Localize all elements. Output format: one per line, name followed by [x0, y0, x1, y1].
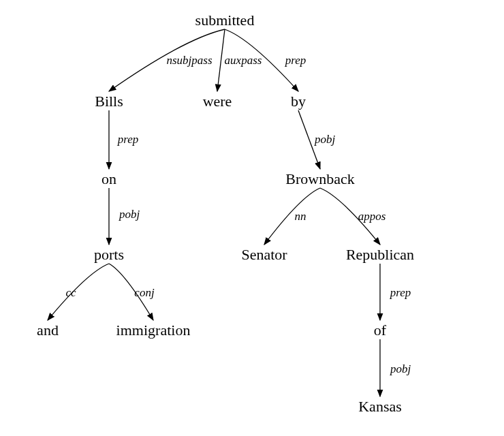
- edge-submitted-were: [217, 29, 225, 91]
- edge-label-pobj: pobj: [315, 133, 335, 146]
- node-and: and: [37, 322, 59, 339]
- edge-label-cc: cc: [65, 286, 76, 300]
- edge-label-prep: prep: [390, 286, 411, 300]
- edge-label-pobj: pobj: [390, 362, 411, 376]
- node-by: by: [291, 93, 306, 110]
- node-ports: ports: [94, 246, 124, 264]
- node-brownback: Brownback: [285, 170, 354, 188]
- node-were: were: [203, 93, 232, 110]
- node-bills: Bills: [95, 93, 123, 110]
- edge-label-nn: nn: [295, 210, 306, 223]
- node-senator: Senator: [241, 246, 287, 264]
- edge-label-appos: appos: [358, 210, 386, 223]
- node-on: on: [101, 170, 116, 188]
- edge-label-prep: prep: [285, 54, 306, 67]
- edge-label-auxpass: auxpass: [225, 54, 262, 67]
- edge-brownback-senator: [264, 188, 320, 245]
- edge-label-pobj: pobj: [119, 208, 140, 221]
- edge-ports-and: [48, 264, 109, 320]
- node-republican: Republican: [346, 246, 414, 264]
- node-immigration: immigration: [116, 322, 191, 339]
- node-of: of: [374, 322, 386, 339]
- node-submitted: submitted: [195, 12, 255, 29]
- node-kansas: Kansas: [358, 398, 402, 416]
- edge-label-prep: prep: [118, 133, 139, 146]
- edge-label-conj: conj: [134, 286, 154, 300]
- edge-label-nsubjpass: nsubjpass: [166, 54, 212, 67]
